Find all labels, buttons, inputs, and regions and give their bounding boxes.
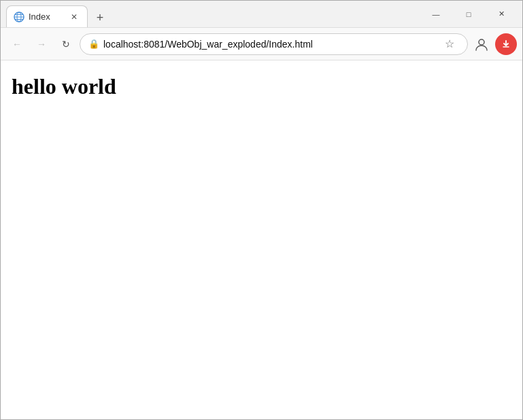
address-full: localhost:8081/WebObj_war_exploded/Index…: [103, 39, 313, 50]
chrome-menu-button[interactable]: [495, 33, 517, 55]
profile-button[interactable]: [471, 33, 492, 55]
close-button[interactable]: ✕: [486, 3, 517, 25]
browser-window: Index ✕ + — □ ✕ ← → ↻ 🔒 localhost:8081/W…: [0, 0, 523, 420]
page-content: hello world: [1, 60, 522, 419]
address-bar[interactable]: 🔒 localhost:8081/WebObj_war_exploded/Ind…: [80, 33, 468, 55]
reload-button[interactable]: ↻: [55, 33, 77, 55]
minimize-button[interactable]: —: [420, 3, 452, 25]
svg-point-5: [479, 39, 484, 45]
tab-area: Index ✕ +: [6, 1, 415, 27]
tab-close-button[interactable]: ✕: [68, 11, 80, 23]
security-icon: 🔒: [88, 39, 99, 49]
new-tab-button[interactable]: +: [90, 8, 109, 27]
active-tab[interactable]: Index ✕: [6, 5, 88, 27]
tab-favicon: [14, 12, 24, 22]
page-heading: hello world: [12, 74, 511, 99]
titlebar: Index ✕ + — □ ✕: [1, 1, 522, 28]
bookmark-button[interactable]: ☆: [440, 35, 459, 54]
toolbar-right: [471, 33, 517, 55]
window-controls: — □ ✕: [420, 3, 517, 25]
toolbar: ← → ↻ 🔒 localhost:8081/WebObj_war_explod…: [1, 28, 522, 60]
tab-title: Index: [29, 12, 64, 22]
maximize-button[interactable]: □: [453, 3, 484, 25]
back-button[interactable]: ←: [6, 33, 28, 55]
address-text: localhost:8081/WebObj_war_exploded/Index…: [103, 39, 436, 50]
forward-button[interactable]: →: [31, 33, 52, 55]
